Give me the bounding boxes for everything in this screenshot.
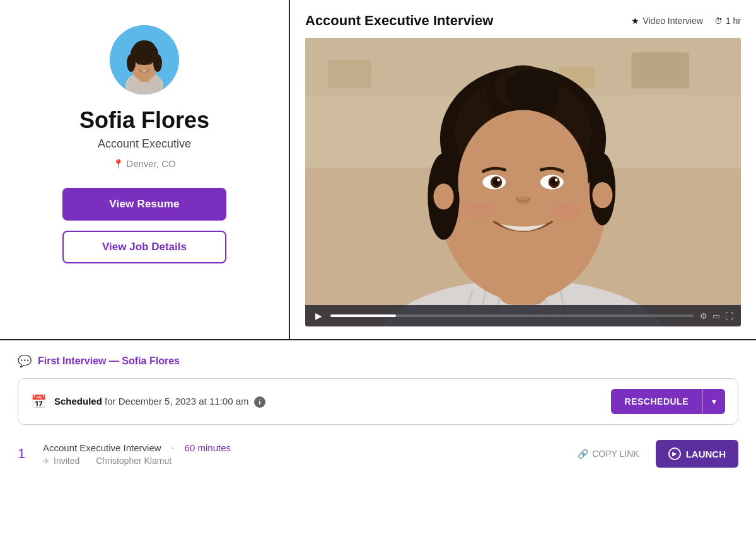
candidate-location: 📍 Denver, CO <box>113 158 175 169</box>
interview-number: 1 <box>18 446 43 462</box>
launch-button[interactable]: ▶ LAUNCH <box>656 440 738 468</box>
calendar-icon: 📅 <box>31 394 47 409</box>
fullscreen-icon[interactable]: ⛶ <box>725 311 733 321</box>
interview-name: Account Executive Interview <box>43 442 161 453</box>
view-resume-button[interactable]: View Resume <box>62 188 226 221</box>
video-title: Account Executive Interview <box>305 13 493 29</box>
video-player[interactable]: ▶ ⚙ ▭ ⛶ <box>305 38 741 326</box>
interviewer-name: Christopher Klamut <box>96 456 172 466</box>
video-control-icons: ⚙ ▭ ⛶ <box>700 311 733 321</box>
rectangle-icon[interactable]: ▭ <box>712 311 720 321</box>
candidate-profile-panel: Sofia Flores Account Executive 📍 Denver,… <box>0 0 290 339</box>
clock-icon: ⏱ <box>714 16 723 26</box>
location-pin-icon: 📍 <box>113 159 124 169</box>
svg-point-43 <box>555 178 558 182</box>
interview-sub-row: ✈ Invited Christopher Klamut <box>43 456 172 466</box>
avatar <box>110 25 179 95</box>
interview-details: Account Executive Interview · 60 minutes… <box>43 442 569 466</box>
chevron-down-icon: ▾ <box>712 396 716 407</box>
interview-duration: 60 minutes <box>185 442 231 453</box>
video-meta: ★ Video Interview ⏱ 1 hr <box>631 16 741 26</box>
link-icon: 🔗 <box>578 449 588 459</box>
svg-point-42 <box>497 178 500 182</box>
svg-point-10 <box>148 62 152 65</box>
candidate-name: Sofia Flores <box>79 107 209 134</box>
svg-point-45 <box>465 202 494 219</box>
video-controls: ▶ ⚙ ▭ ⛶ <box>305 305 741 326</box>
send-icon: ✈ <box>43 456 50 466</box>
interview-item-row: 1 Account Executive Interview · 60 minut… <box>18 435 738 473</box>
chat-icon: 💬 <box>18 354 32 368</box>
schedule-detail: for December 5, 2023 at 11:00 am <box>105 396 248 407</box>
svg-point-47 <box>434 183 454 209</box>
play-button[interactable]: ▶ <box>313 310 324 321</box>
interview-heading: 💬 First Interview — Sofia Flores <box>18 354 738 368</box>
video-progress-fill <box>330 314 396 317</box>
video-type-badge: ★ Video Interview <box>631 16 702 26</box>
svg-point-9 <box>137 62 142 65</box>
video-progress-bar[interactable] <box>330 314 694 317</box>
info-icon[interactable]: i <box>254 396 265 408</box>
schedule-actions: RESCHEDULE ▾ <box>611 389 725 414</box>
svg-rect-14 <box>328 59 371 88</box>
svg-point-8 <box>153 54 162 72</box>
svg-rect-15 <box>631 52 689 88</box>
copy-link-button[interactable]: 🔗 COPY LINK <box>569 442 648 465</box>
svg-point-48 <box>592 182 612 208</box>
bottom-section: 💬 First Interview — Sofia Flores 📅 Sched… <box>0 340 756 542</box>
interview-actions: 🔗 COPY LINK ▶ LAUNCH <box>569 440 738 468</box>
reschedule-button[interactable]: RESCHEDULE <box>611 389 702 414</box>
svg-point-6 <box>133 40 156 58</box>
svg-point-7 <box>127 54 136 72</box>
scheduled-label: Scheduled <box>54 396 102 407</box>
dot-separator: · <box>172 442 175 453</box>
video-duration-badge: ⏱ 1 hr <box>714 16 741 26</box>
svg-point-32 <box>505 69 555 110</box>
settings-icon[interactable]: ⚙ <box>700 311 707 321</box>
svg-point-46 <box>552 202 581 219</box>
invited-label: Invited <box>54 456 79 466</box>
video-panel: Account Executive Interview ★ Video Inte… <box>290 0 756 339</box>
svg-point-35 <box>458 110 588 255</box>
schedule-info: 📅 Scheduled for December 5, 2023 at 11:0… <box>31 394 265 409</box>
interview-name-row: Account Executive Interview · 60 minutes <box>43 442 231 453</box>
candidate-title: Account Executive <box>98 137 191 151</box>
play-circle-icon: ▶ <box>668 447 681 460</box>
schedule-row: 📅 Scheduled for December 5, 2023 at 11:0… <box>18 378 738 425</box>
reschedule-dropdown-button[interactable]: ▾ <box>702 389 725 414</box>
view-job-details-button[interactable]: View Job Details <box>62 231 226 263</box>
video-header: Account Executive Interview ★ Video Inte… <box>305 13 741 29</box>
star-icon: ★ <box>631 16 639 26</box>
